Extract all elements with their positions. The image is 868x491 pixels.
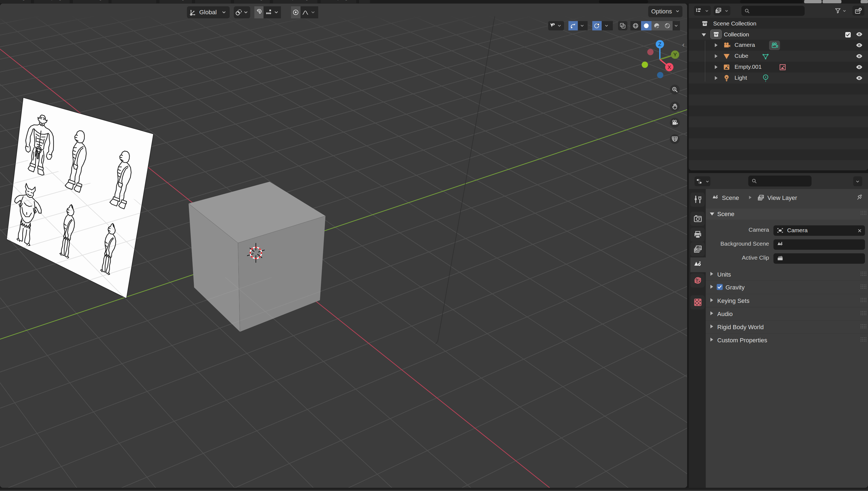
svg-text:Y: Y bbox=[673, 52, 677, 58]
svg-text:Z: Z bbox=[658, 41, 661, 47]
svg-text:X: X bbox=[668, 64, 671, 70]
